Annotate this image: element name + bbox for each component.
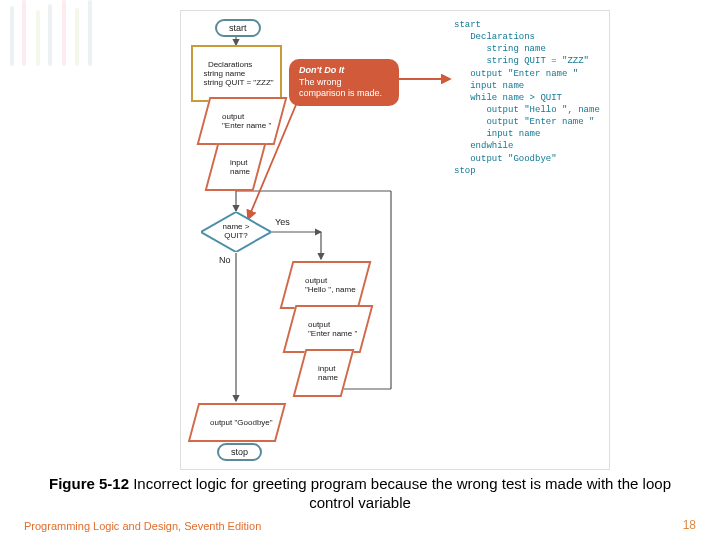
decision-diamond: name > QUIT?	[201, 212, 271, 252]
start-label: start	[229, 23, 247, 33]
callout-body: The wrong comparison is made.	[299, 77, 389, 100]
flowchart-diagram: start Declarations string name string QU…	[180, 10, 610, 470]
callout-title: Don't Do It	[299, 65, 389, 77]
dont-do-it-callout: Don't Do It The wrong comparison is made…	[289, 59, 399, 106]
declarations-process: Declarations string name string QUIT = "…	[191, 45, 282, 102]
output-hello-text: output "Hello ", name	[305, 276, 356, 294]
output-enter-1-text: output "Enter name "	[222, 112, 271, 130]
footer-book-title: Programming Logic and Design, Seventh Ed…	[24, 520, 261, 532]
decision-text: name > QUIT?	[201, 212, 271, 252]
stop-label: stop	[231, 447, 248, 457]
footer-page-number: 18	[683, 518, 696, 532]
output-goodbye-text: output "Goodbye"	[210, 418, 273, 427]
declarations-text: Declarations string name string QUIT = "…	[199, 60, 274, 87]
input-name-1-text: input name	[230, 158, 250, 176]
background-art	[0, 0, 200, 80]
stop-terminator: stop	[217, 443, 262, 461]
output-hello: output "Hello ", name	[280, 261, 372, 309]
figure-caption: Figure 5-12 Incorrect logic for greeting…	[0, 475, 720, 513]
no-label: No	[219, 255, 231, 265]
pseudocode-block: start Declarations string name string QU…	[454, 19, 600, 177]
input-name-1: input name	[205, 143, 267, 191]
start-terminator: start	[215, 19, 261, 37]
output-goodbye: output "Goodbye"	[188, 403, 286, 442]
output-enter-2: output "Enter name "	[283, 305, 374, 353]
input-name-2: input name	[293, 349, 355, 397]
yes-label: Yes	[275, 217, 290, 227]
output-enter-1: output "Enter name "	[197, 97, 288, 145]
input-name-2-text: input name	[318, 364, 338, 382]
caption-label: Figure 5-12	[49, 475, 129, 492]
output-enter-2-text: output "Enter name "	[308, 320, 357, 338]
caption-text: Incorrect logic for greeting program bec…	[129, 475, 671, 511]
